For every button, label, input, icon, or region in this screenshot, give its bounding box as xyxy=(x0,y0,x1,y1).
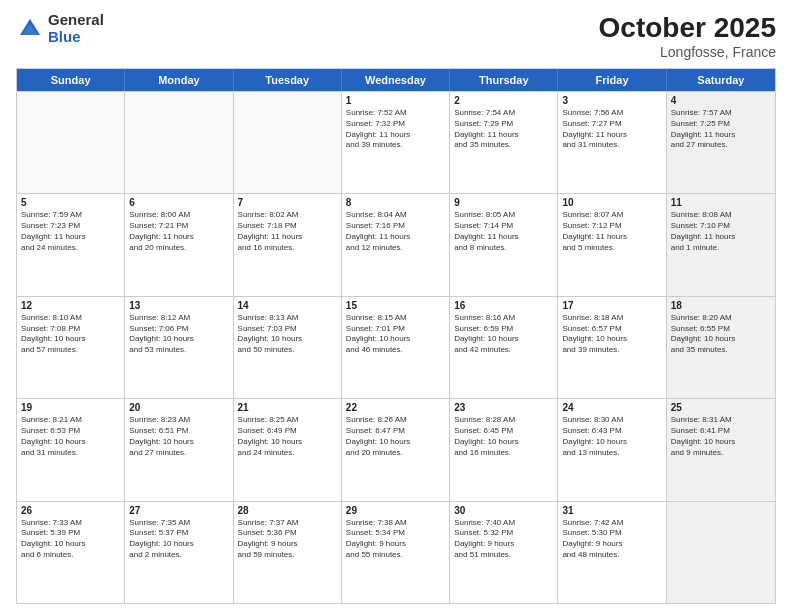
title-month: October 2025 xyxy=(599,12,776,44)
calendar-cell: 23Sunrise: 8:28 AM Sunset: 6:45 PM Dayli… xyxy=(450,399,558,500)
cell-text: Sunrise: 8:21 AM Sunset: 6:53 PM Dayligh… xyxy=(21,415,120,458)
calendar-cell: 18Sunrise: 8:20 AM Sunset: 6:55 PM Dayli… xyxy=(667,297,775,398)
day-number: 10 xyxy=(562,197,661,208)
calendar-cell xyxy=(125,92,233,193)
cell-text: Sunrise: 7:35 AM Sunset: 5:37 PM Dayligh… xyxy=(129,518,228,561)
cell-text: Sunrise: 8:15 AM Sunset: 7:01 PM Dayligh… xyxy=(346,313,445,356)
day-number: 5 xyxy=(21,197,120,208)
cell-text: Sunrise: 8:12 AM Sunset: 7:06 PM Dayligh… xyxy=(129,313,228,356)
cell-text: Sunrise: 8:26 AM Sunset: 6:47 PM Dayligh… xyxy=(346,415,445,458)
day-number: 21 xyxy=(238,402,337,413)
day-number: 6 xyxy=(129,197,228,208)
cell-text: Sunrise: 8:07 AM Sunset: 7:12 PM Dayligh… xyxy=(562,210,661,253)
cell-text: Sunrise: 8:02 AM Sunset: 7:18 PM Dayligh… xyxy=(238,210,337,253)
cell-text: Sunrise: 7:38 AM Sunset: 5:34 PM Dayligh… xyxy=(346,518,445,561)
cell-text: Sunrise: 7:40 AM Sunset: 5:32 PM Dayligh… xyxy=(454,518,553,561)
day-number: 29 xyxy=(346,505,445,516)
cell-text: Sunrise: 7:59 AM Sunset: 7:23 PM Dayligh… xyxy=(21,210,120,253)
cell-text: Sunrise: 8:18 AM Sunset: 6:57 PM Dayligh… xyxy=(562,313,661,356)
day-number: 7 xyxy=(238,197,337,208)
calendar-cell: 1Sunrise: 7:52 AM Sunset: 7:32 PM Daylig… xyxy=(342,92,450,193)
calendar-cell: 10Sunrise: 8:07 AM Sunset: 7:12 PM Dayli… xyxy=(558,194,666,295)
calendar: SundayMondayTuesdayWednesdayThursdayFrid… xyxy=(16,68,776,604)
calendar-cell: 8Sunrise: 8:04 AM Sunset: 7:16 PM Daylig… xyxy=(342,194,450,295)
logo-icon xyxy=(16,15,44,43)
cell-text: Sunrise: 8:30 AM Sunset: 6:43 PM Dayligh… xyxy=(562,415,661,458)
header-day-monday: Monday xyxy=(125,69,233,91)
day-number: 8 xyxy=(346,197,445,208)
logo-general: General xyxy=(48,12,104,29)
calendar-cell: 13Sunrise: 8:12 AM Sunset: 7:06 PM Dayli… xyxy=(125,297,233,398)
day-number: 16 xyxy=(454,300,553,311)
cell-text: Sunrise: 8:25 AM Sunset: 6:49 PM Dayligh… xyxy=(238,415,337,458)
calendar-week-4: 19Sunrise: 8:21 AM Sunset: 6:53 PM Dayli… xyxy=(17,398,775,500)
day-number: 20 xyxy=(129,402,228,413)
day-number: 3 xyxy=(562,95,661,106)
calendar-cell: 29Sunrise: 7:38 AM Sunset: 5:34 PM Dayli… xyxy=(342,502,450,603)
page: General Blue October 2025 Longfosse, Fra… xyxy=(0,0,792,612)
day-number: 4 xyxy=(671,95,771,106)
calendar-cell: 11Sunrise: 8:08 AM Sunset: 7:10 PM Dayli… xyxy=(667,194,775,295)
calendar-cell: 4Sunrise: 7:57 AM Sunset: 7:25 PM Daylig… xyxy=(667,92,775,193)
calendar-cell: 5Sunrise: 7:59 AM Sunset: 7:23 PM Daylig… xyxy=(17,194,125,295)
day-number: 11 xyxy=(671,197,771,208)
day-number: 18 xyxy=(671,300,771,311)
day-number: 27 xyxy=(129,505,228,516)
calendar-cell xyxy=(667,502,775,603)
cell-text: Sunrise: 8:05 AM Sunset: 7:14 PM Dayligh… xyxy=(454,210,553,253)
calendar-cell: 31Sunrise: 7:42 AM Sunset: 5:30 PM Dayli… xyxy=(558,502,666,603)
calendar-cell: 7Sunrise: 8:02 AM Sunset: 7:18 PM Daylig… xyxy=(234,194,342,295)
calendar-cell: 26Sunrise: 7:33 AM Sunset: 5:39 PM Dayli… xyxy=(17,502,125,603)
day-number: 19 xyxy=(21,402,120,413)
calendar-cell xyxy=(17,92,125,193)
cell-text: Sunrise: 8:00 AM Sunset: 7:21 PM Dayligh… xyxy=(129,210,228,253)
cell-text: Sunrise: 7:37 AM Sunset: 5:36 PM Dayligh… xyxy=(238,518,337,561)
title-block: October 2025 Longfosse, France xyxy=(599,12,776,60)
calendar-cell: 24Sunrise: 8:30 AM Sunset: 6:43 PM Dayli… xyxy=(558,399,666,500)
calendar-cell: 6Sunrise: 8:00 AM Sunset: 7:21 PM Daylig… xyxy=(125,194,233,295)
calendar-cell: 14Sunrise: 8:13 AM Sunset: 7:03 PM Dayli… xyxy=(234,297,342,398)
logo: General Blue xyxy=(16,12,104,45)
calendar-cell: 16Sunrise: 8:16 AM Sunset: 6:59 PM Dayli… xyxy=(450,297,558,398)
day-number: 22 xyxy=(346,402,445,413)
day-number: 31 xyxy=(562,505,661,516)
cell-text: Sunrise: 8:08 AM Sunset: 7:10 PM Dayligh… xyxy=(671,210,771,253)
day-number: 17 xyxy=(562,300,661,311)
header: General Blue October 2025 Longfosse, Fra… xyxy=(16,12,776,60)
calendar-week-5: 26Sunrise: 7:33 AM Sunset: 5:39 PM Dayli… xyxy=(17,501,775,603)
header-day-thursday: Thursday xyxy=(450,69,558,91)
cell-text: Sunrise: 7:56 AM Sunset: 7:27 PM Dayligh… xyxy=(562,108,661,151)
calendar-week-2: 5Sunrise: 7:59 AM Sunset: 7:23 PM Daylig… xyxy=(17,193,775,295)
calendar-body: 1Sunrise: 7:52 AM Sunset: 7:32 PM Daylig… xyxy=(17,91,775,603)
calendar-cell: 30Sunrise: 7:40 AM Sunset: 5:32 PM Dayli… xyxy=(450,502,558,603)
calendar-header-row: SundayMondayTuesdayWednesdayThursdayFrid… xyxy=(17,69,775,91)
calendar-cell: 22Sunrise: 8:26 AM Sunset: 6:47 PM Dayli… xyxy=(342,399,450,500)
header-day-wednesday: Wednesday xyxy=(342,69,450,91)
calendar-cell: 25Sunrise: 8:31 AM Sunset: 6:41 PM Dayli… xyxy=(667,399,775,500)
calendar-cell: 27Sunrise: 7:35 AM Sunset: 5:37 PM Dayli… xyxy=(125,502,233,603)
cell-text: Sunrise: 8:16 AM Sunset: 6:59 PM Dayligh… xyxy=(454,313,553,356)
calendar-cell: 20Sunrise: 8:23 AM Sunset: 6:51 PM Dayli… xyxy=(125,399,233,500)
calendar-cell: 21Sunrise: 8:25 AM Sunset: 6:49 PM Dayli… xyxy=(234,399,342,500)
header-day-saturday: Saturday xyxy=(667,69,775,91)
calendar-cell: 17Sunrise: 8:18 AM Sunset: 6:57 PM Dayli… xyxy=(558,297,666,398)
cell-text: Sunrise: 7:57 AM Sunset: 7:25 PM Dayligh… xyxy=(671,108,771,151)
logo-blue: Blue xyxy=(48,29,104,46)
cell-text: Sunrise: 8:04 AM Sunset: 7:16 PM Dayligh… xyxy=(346,210,445,253)
header-day-tuesday: Tuesday xyxy=(234,69,342,91)
cell-text: Sunrise: 7:52 AM Sunset: 7:32 PM Dayligh… xyxy=(346,108,445,151)
cell-text: Sunrise: 8:20 AM Sunset: 6:55 PM Dayligh… xyxy=(671,313,771,356)
day-number: 12 xyxy=(21,300,120,311)
day-number: 1 xyxy=(346,95,445,106)
calendar-cell: 28Sunrise: 7:37 AM Sunset: 5:36 PM Dayli… xyxy=(234,502,342,603)
header-day-friday: Friday xyxy=(558,69,666,91)
calendar-cell: 2Sunrise: 7:54 AM Sunset: 7:29 PM Daylig… xyxy=(450,92,558,193)
day-number: 15 xyxy=(346,300,445,311)
calendar-cell: 9Sunrise: 8:05 AM Sunset: 7:14 PM Daylig… xyxy=(450,194,558,295)
calendar-week-1: 1Sunrise: 7:52 AM Sunset: 7:32 PM Daylig… xyxy=(17,91,775,193)
day-number: 24 xyxy=(562,402,661,413)
cell-text: Sunrise: 8:28 AM Sunset: 6:45 PM Dayligh… xyxy=(454,415,553,458)
cell-text: Sunrise: 7:42 AM Sunset: 5:30 PM Dayligh… xyxy=(562,518,661,561)
calendar-week-3: 12Sunrise: 8:10 AM Sunset: 7:08 PM Dayli… xyxy=(17,296,775,398)
logo-text: General Blue xyxy=(48,12,104,45)
